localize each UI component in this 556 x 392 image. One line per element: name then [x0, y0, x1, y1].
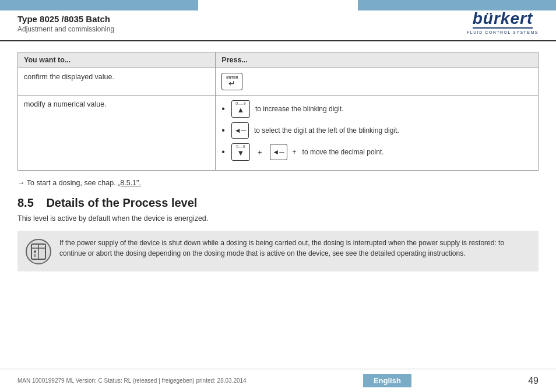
bullet-dot-1: •: [221, 104, 225, 114]
table-cell-want-1: confirm the displayed value.: [18, 68, 216, 96]
key-press-table: You want to... Press... confirm the disp…: [17, 52, 539, 171]
burkert-logo: bürkert FLUID CONTROL SYSTEMS: [467, 12, 539, 34]
document-title: Type 8025 /8035 Batch: [17, 14, 114, 24]
section-title: Details of the Process level: [46, 196, 197, 209]
arrow-note: → To start a dosing, see chap. „8.5.1".: [17, 179, 539, 187]
table-cell-press-2: • 0.....9 ▲ to increase the blinking dig…: [216, 96, 539, 171]
up-digit-button-icon: 0.....9 ▲: [231, 100, 250, 118]
table-row: modify a numerical value. • 0.....9 ▲ to…: [18, 96, 539, 171]
col-press-header: Press...: [216, 52, 539, 68]
bullet-dot-2: •: [221, 126, 225, 135]
enter-button-icon: ENTER ↵: [221, 73, 242, 90]
section-heading: 8.5 Details of the Process level: [17, 196, 539, 210]
bullet-dot-3: •: [221, 147, 225, 157]
logo-text: bürkert: [473, 10, 533, 29]
section-intro: This level is active by default when the…: [17, 214, 539, 223]
top-bar-left: [0, 0, 198, 10]
page-footer: MAN 1000199279 ML Version: C Status: RL …: [0, 369, 556, 392]
left-move-button-icon: ◄─: [270, 144, 287, 160]
digit-down-button-icon: 0....9 ▼: [231, 143, 250, 161]
bullet-text-1: to increase the blinking digit.: [255, 105, 343, 113]
svg-point-3: [34, 250, 36, 253]
table-cell-want-2: modify a numerical value.: [18, 96, 216, 171]
left-select-button-icon: ◄─: [231, 122, 249, 139]
info-icon-svg: [28, 241, 49, 262]
plus-symbol: +: [258, 148, 262, 157]
table-row: confirm the displayed value. ENTER ↵: [18, 68, 539, 96]
chapter-link[interactable]: „8.5.1".: [118, 179, 141, 187]
footer-meta: MAN 1000199279 ML Version: C Status: RL …: [17, 377, 247, 384]
bullet-row-1: • 0.....9 ▲ to increase the blinking dig…: [221, 100, 532, 118]
section-number: 8.5: [17, 196, 34, 209]
info-box-text: If the power supply of the device is shu…: [59, 238, 530, 259]
info-icon: [26, 239, 51, 264]
bullet-text-3: + to move the decimal point.: [293, 148, 384, 156]
top-bar-right: [358, 0, 556, 10]
bullet-row-2: • ◄─ to select the digit at the left of …: [221, 122, 532, 139]
table-header-row: You want to... Press...: [18, 52, 539, 68]
main-content: You want to... Press... confirm the disp…: [0, 52, 556, 271]
bullet-text-2: to select the digit at the left of the b…: [254, 126, 399, 135]
language-label[interactable]: English: [363, 374, 411, 387]
logo-sub: FLUID CONTROL SYSTEMS: [467, 30, 539, 34]
header-title-block: Type 8025 /8035 Batch Adjustment and com…: [17, 14, 114, 33]
info-box: If the power supply of the device is shu…: [17, 231, 539, 271]
page-number: 49: [528, 376, 539, 386]
bullet-row-3: • 0....9 ▼ + ◄─ + to move the decimal po…: [221, 143, 532, 161]
document-subtitle: Adjustment and commissioning: [17, 25, 114, 33]
col-want-header: You want to...: [18, 52, 216, 68]
table-cell-press-1: ENTER ↵: [216, 68, 539, 96]
